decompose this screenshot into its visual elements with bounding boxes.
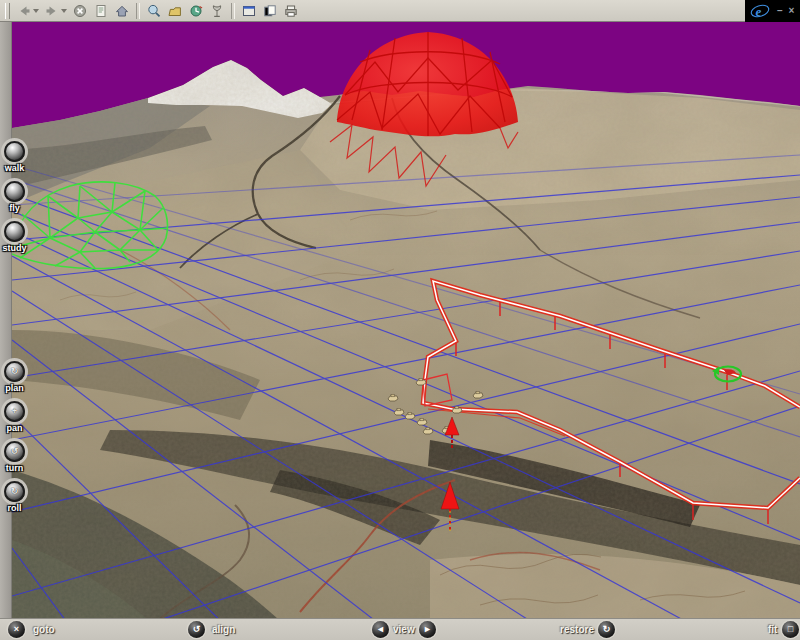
print-icon[interactable]	[281, 2, 301, 20]
home-icon[interactable]	[112, 2, 132, 20]
roll-label: roll	[1, 504, 28, 513]
view-label: view	[393, 625, 415, 635]
channels-icon[interactable]	[207, 2, 227, 20]
fit-button[interactable]: □	[782, 621, 799, 638]
sidebar-button-turn[interactable]: ↺ turn	[1, 441, 28, 473]
sidebar-button-pan[interactable]: + pan	[1, 401, 28, 433]
sidebar-button-plan[interactable]: ↻ plan	[1, 361, 28, 393]
browser-throbber-box: e – ×	[745, 0, 800, 22]
refresh-icon[interactable]	[91, 2, 111, 20]
stop-icon[interactable]	[70, 2, 90, 20]
terrain-viewer-app: { "browser": { "toolbar_icons": [ {"name…	[0, 0, 800, 640]
walk-label: walk	[1, 164, 28, 173]
toolbar-grip[interactable]	[5, 3, 10, 19]
forward-icon[interactable]	[42, 2, 62, 20]
pan-icon[interactable]: +	[4, 401, 25, 422]
turn-icon[interactable]: ↺	[4, 441, 25, 462]
goto-label: goto	[33, 625, 55, 635]
sidebar-button-walk[interactable]: walk	[1, 141, 28, 173]
history-icon[interactable]	[186, 2, 206, 20]
roll-icon[interactable]: ↻	[4, 481, 25, 502]
left-tool-strip	[0, 22, 12, 618]
forward-dropdown-icon[interactable]	[61, 9, 67, 13]
plan-label: plan	[1, 384, 28, 393]
view-previous-button[interactable]: ◄	[372, 621, 389, 638]
sidebar-button-roll[interactable]: ↻ roll	[1, 481, 28, 513]
scene-3d-viewport[interactable]	[12, 22, 800, 618]
study-label: study	[1, 244, 28, 253]
back-dropdown-icon[interactable]	[33, 9, 39, 13]
goto-button[interactable]: ×	[8, 621, 25, 638]
restore-button[interactable]: ↻	[598, 621, 615, 638]
toolbar-separator	[231, 3, 235, 19]
fullscreen-icon[interactable]	[239, 2, 259, 20]
close-button[interactable]: ×	[789, 0, 795, 22]
browser-toolbar: e – ×	[0, 0, 800, 22]
back-icon[interactable]	[14, 2, 34, 20]
align-button[interactable]: ↺	[188, 621, 205, 638]
sidebar-button-fly[interactable]: fly	[1, 181, 28, 213]
pan-label: pan	[1, 424, 28, 433]
search-icon[interactable]	[144, 2, 164, 20]
walk-trackball-icon[interactable]	[4, 141, 25, 162]
minimize-button[interactable]: –	[777, 0, 783, 22]
plan-icon[interactable]: ↻	[4, 361, 25, 382]
fly-trackball-icon[interactable]	[4, 181, 25, 202]
turn-label: turn	[1, 464, 28, 473]
toolbar-separator	[136, 3, 140, 19]
fit-label: fit	[768, 625, 777, 635]
bottom-toolbar: × goto ↺ align ◄ view ► restore ↻ fit □	[0, 618, 800, 640]
sidebar-button-study[interactable]: study	[1, 221, 28, 253]
svg-text:e: e	[756, 4, 762, 19]
internet-explorer-logo-icon: e	[749, 1, 771, 21]
favorites-icon[interactable]	[165, 2, 185, 20]
view-next-button[interactable]: ►	[419, 621, 436, 638]
study-trackball-icon[interactable]	[4, 221, 25, 242]
next-icon: ►	[423, 625, 432, 634]
mail-icon[interactable]	[260, 2, 280, 20]
previous-icon: ◄	[376, 625, 385, 634]
align-label: align	[212, 625, 235, 635]
fly-label: fly	[1, 204, 28, 213]
restore-label: restore	[556, 625, 594, 635]
